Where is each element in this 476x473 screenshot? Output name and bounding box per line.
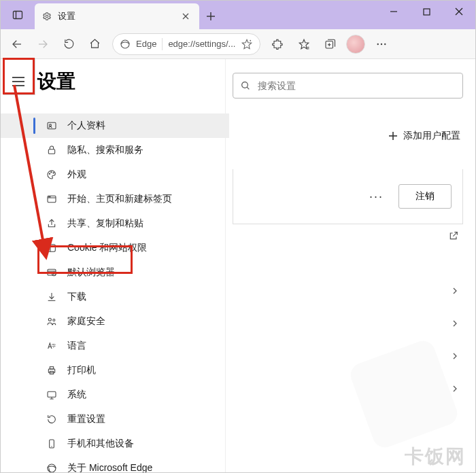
svg-point-33 — [53, 173, 54, 173]
tab-actions-button[interactable] — [1, 1, 35, 29]
sidebar-item-share-copy[interactable]: 共享、复制和粘贴 — [1, 211, 229, 236]
chevron-right-icon — [451, 385, 459, 393]
sidebar-item-reset[interactable]: 重置设置 — [1, 407, 229, 432]
nav-forward-button[interactable] — [31, 32, 55, 56]
svg-rect-0 — [14, 12, 22, 19]
svg-point-29 — [50, 124, 52, 126]
sidebar-item-label: 语言 — [67, 340, 86, 352]
settings-nav: 个人资料 隐私、搜索和服务 外观 开始、主页和新建标签页 共享、复制和粘贴 Co… — [1, 113, 229, 473]
svg-point-24 — [384, 43, 386, 44]
palette-icon — [46, 169, 58, 181]
printer-icon — [46, 364, 58, 376]
sidebar-item-family[interactable]: 家庭安全 — [1, 309, 229, 334]
sidebar-item-start-home[interactable]: 开始、主页和新建标签页 — [1, 187, 229, 211]
sidebar-item-label: Cookie 和网站权限 — [67, 242, 147, 254]
cookie-icon — [46, 242, 58, 254]
chevron-right-icon — [451, 287, 459, 295]
profile-button[interactable] — [343, 32, 368, 56]
sidebar-item-printers[interactable]: 打印机 — [1, 358, 229, 383]
sidebar-item-label: 开始、主页和新建标签页 — [67, 193, 172, 205]
sidebar-item-language[interactable]: 字 语言 — [1, 334, 229, 358]
sidebar-item-label: 家庭安全 — [67, 315, 105, 328]
profile-card: ··· 注销 — [233, 169, 463, 224]
collections-button[interactable] — [318, 32, 342, 56]
svg-point-31 — [49, 173, 50, 174]
settings-search[interactable] — [233, 73, 463, 99]
address-url: edge://settings/... — [168, 39, 235, 49]
svg-rect-50 — [48, 369, 54, 372]
window-maximize-button[interactable] — [410, 1, 443, 22]
window-minimize-button[interactable] — [377, 1, 410, 22]
sidebar-item-label: 个人资料 — [67, 120, 105, 132]
profile-more-button[interactable]: ··· — [364, 187, 389, 207]
system-icon — [46, 389, 58, 401]
sidebar-item-label: 打印机 — [67, 364, 96, 376]
add-profile-label: 添加用户配置 — [403, 130, 460, 142]
svg-point-61 — [242, 82, 248, 88]
svg-point-22 — [377, 43, 379, 44]
settings-search-input[interactable] — [258, 80, 456, 91]
svg-point-32 — [51, 172, 52, 173]
nav-refresh-button[interactable] — [56, 32, 81, 56]
svg-rect-30 — [48, 150, 54, 154]
avatar — [346, 35, 365, 54]
favorites-button[interactable] — [292, 32, 316, 56]
settings-row[interactable] — [233, 307, 463, 340]
sidebar-item-appearance[interactable]: 外观 — [1, 162, 229, 187]
chevron-right-icon — [451, 319, 459, 328]
person-card-icon — [46, 120, 58, 132]
open-external-link[interactable] — [233, 224, 463, 247]
svg-point-36 — [49, 196, 50, 197]
svg-rect-51 — [50, 367, 53, 369]
sidebar-item-system[interactable]: 系统 — [1, 383, 229, 407]
address-site-label: Edge — [136, 39, 156, 49]
svg-line-62 — [247, 87, 249, 89]
gear-icon — [41, 11, 52, 22]
address-bar[interactable]: Edge edge://settings/... — [112, 33, 260, 55]
sidebar-item-about[interactable]: 关于 Microsoft Edge — [1, 456, 229, 473]
sidebar-item-label: 手机和其他设备 — [67, 438, 134, 450]
sidebar-item-privacy[interactable]: 隐私、搜索和服务 — [1, 138, 229, 162]
sparkle-favorite-icon[interactable] — [241, 38, 253, 50]
settings-menu-toggle[interactable] — [6, 69, 31, 94]
svg-text:字: 字 — [52, 343, 56, 348]
svg-rect-53 — [48, 391, 56, 397]
settings-row[interactable] — [233, 340, 463, 372]
extensions-button[interactable] — [266, 32, 290, 56]
tab-close-button[interactable] — [179, 10, 192, 23]
browser-tab[interactable]: 设置 — [35, 3, 199, 29]
lock-icon — [46, 144, 58, 156]
settings-row[interactable] — [233, 275, 463, 307]
family-icon — [46, 315, 58, 328]
sidebar-item-label: 隐私、搜索和服务 — [67, 144, 143, 156]
window-close-button[interactable] — [443, 1, 475, 22]
page-title: 设置 — [37, 69, 75, 94]
svg-point-13 — [121, 40, 129, 48]
plus-icon — [388, 131, 398, 141]
new-tab-button[interactable] — [199, 3, 222, 29]
divider — [162, 38, 163, 50]
download-icon — [46, 291, 58, 303]
sidebar-item-label: 重置设置 — [67, 413, 105, 425]
add-profile-button[interactable]: 添加用户配置 — [233, 130, 463, 142]
sidebar-item-default-browser[interactable]: 默认浏览器 — [1, 260, 229, 285]
nav-home-button[interactable] — [82, 32, 107, 56]
svg-point-2 — [46, 15, 48, 18]
tab-title: 设置 — [58, 10, 75, 22]
logout-button[interactable]: 注销 — [398, 184, 452, 209]
sidebar-item-phone[interactable]: 手机和其他设备 — [1, 432, 229, 456]
settings-row[interactable] — [233, 372, 463, 405]
edge-icon — [46, 462, 58, 473]
edge-icon — [120, 39, 131, 50]
phone-icon — [46, 438, 58, 450]
more-menu-button[interactable] — [369, 32, 394, 56]
sidebar-item-cookies[interactable]: Cookie 和网站权限 — [1, 236, 229, 260]
sidebar-item-downloads[interactable]: 下载 — [1, 285, 229, 309]
svg-point-23 — [381, 43, 382, 44]
sidebar-item-profile[interactable]: 个人资料 — [1, 113, 229, 138]
svg-line-65 — [453, 232, 457, 236]
chevron-right-icon — [451, 352, 459, 360]
svg-point-37 — [50, 196, 50, 197]
nav-back-button[interactable] — [5, 32, 29, 56]
svg-rect-8 — [424, 9, 430, 15]
